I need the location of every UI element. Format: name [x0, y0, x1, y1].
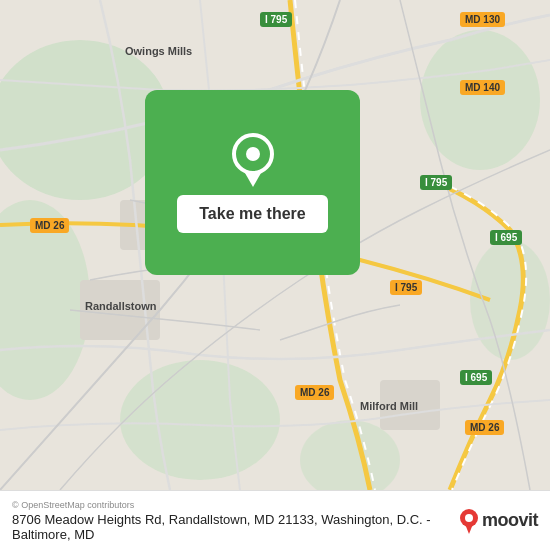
svg-point-11	[465, 514, 473, 522]
moovit-logo: moovit	[459, 508, 538, 534]
city-label-randallstown: Randallstown	[85, 300, 157, 312]
location-pin	[232, 133, 274, 185]
highway-badge-i795-top: I 795	[260, 12, 292, 27]
take-me-there-button[interactable]: Take me there	[177, 195, 327, 233]
highway-badge-md26-left: MD 26	[30, 218, 69, 233]
highway-badge-md26-right: MD 26	[465, 420, 504, 435]
bottom-bar: © OpenStreetMap contributors 8706 Meadow…	[0, 490, 550, 550]
highway-badge-i695-lower: I 695	[460, 370, 492, 385]
highway-badge-i695-right: I 695	[490, 230, 522, 245]
moovit-pin-icon	[459, 508, 479, 534]
address-text: 8706 Meadow Heights Rd, Randallstown, MD…	[12, 512, 451, 542]
city-label-milford-mill: Milford Mill	[360, 400, 418, 412]
navigation-card: Take me there	[145, 90, 360, 275]
osm-copyright: © OpenStreetMap contributors	[12, 500, 451, 510]
highway-badge-md130: MD 130	[460, 12, 505, 27]
highway-badge-i795-lower: I 795	[390, 280, 422, 295]
map-container: Owings Mills Randallstown Milford Mill I…	[0, 0, 550, 490]
highway-badge-md140: MD 140	[460, 80, 505, 95]
highway-badge-md26-mid: MD 26	[295, 385, 334, 400]
moovit-text: moovit	[482, 510, 538, 531]
svg-marker-12	[465, 524, 473, 534]
city-label-owings-mills: Owings Mills	[125, 45, 192, 57]
svg-point-3	[120, 360, 280, 480]
highway-badge-i795-mid: I 795	[420, 175, 452, 190]
